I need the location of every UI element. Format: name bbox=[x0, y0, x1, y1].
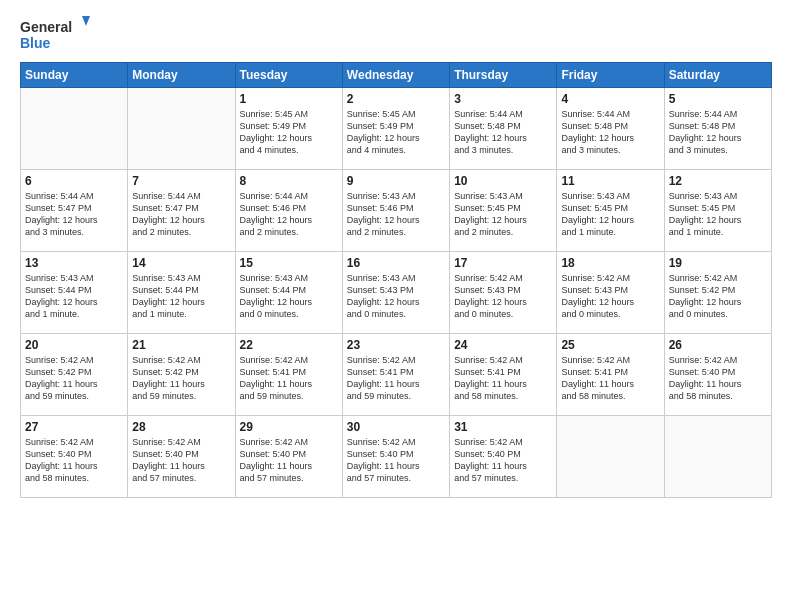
calendar-cell: 10Sunrise: 5:43 AM Sunset: 5:45 PM Dayli… bbox=[450, 170, 557, 252]
day-number: 25 bbox=[561, 338, 659, 352]
weekday-header-friday: Friday bbox=[557, 63, 664, 88]
calendar-cell: 15Sunrise: 5:43 AM Sunset: 5:44 PM Dayli… bbox=[235, 252, 342, 334]
calendar-cell: 24Sunrise: 5:42 AM Sunset: 5:41 PM Dayli… bbox=[450, 334, 557, 416]
calendar-cell: 26Sunrise: 5:42 AM Sunset: 5:40 PM Dayli… bbox=[664, 334, 771, 416]
day-number: 2 bbox=[347, 92, 445, 106]
cell-text: Sunrise: 5:43 AM Sunset: 5:43 PM Dayligh… bbox=[347, 272, 445, 321]
calendar-cell: 6Sunrise: 5:44 AM Sunset: 5:47 PM Daylig… bbox=[21, 170, 128, 252]
day-number: 10 bbox=[454, 174, 552, 188]
cell-text: Sunrise: 5:45 AM Sunset: 5:49 PM Dayligh… bbox=[347, 108, 445, 157]
cell-text: Sunrise: 5:42 AM Sunset: 5:43 PM Dayligh… bbox=[561, 272, 659, 321]
day-number: 17 bbox=[454, 256, 552, 270]
day-number: 11 bbox=[561, 174, 659, 188]
logo: General Blue bbox=[20, 16, 90, 56]
cell-text: Sunrise: 5:42 AM Sunset: 5:40 PM Dayligh… bbox=[454, 436, 552, 485]
calendar-cell: 13Sunrise: 5:43 AM Sunset: 5:44 PM Dayli… bbox=[21, 252, 128, 334]
calendar-cell bbox=[557, 416, 664, 498]
week-row-2: 13Sunrise: 5:43 AM Sunset: 5:44 PM Dayli… bbox=[21, 252, 772, 334]
day-number: 9 bbox=[347, 174, 445, 188]
day-number: 14 bbox=[132, 256, 230, 270]
day-number: 5 bbox=[669, 92, 767, 106]
day-number: 30 bbox=[347, 420, 445, 434]
day-number: 24 bbox=[454, 338, 552, 352]
cell-text: Sunrise: 5:42 AM Sunset: 5:40 PM Dayligh… bbox=[347, 436, 445, 485]
day-number: 18 bbox=[561, 256, 659, 270]
weekday-header-saturday: Saturday bbox=[664, 63, 771, 88]
calendar-cell: 3Sunrise: 5:44 AM Sunset: 5:48 PM Daylig… bbox=[450, 88, 557, 170]
weekday-header-tuesday: Tuesday bbox=[235, 63, 342, 88]
day-number: 8 bbox=[240, 174, 338, 188]
calendar-cell: 29Sunrise: 5:42 AM Sunset: 5:40 PM Dayli… bbox=[235, 416, 342, 498]
calendar-cell: 8Sunrise: 5:44 AM Sunset: 5:46 PM Daylig… bbox=[235, 170, 342, 252]
cell-text: Sunrise: 5:42 AM Sunset: 5:41 PM Dayligh… bbox=[240, 354, 338, 403]
day-number: 7 bbox=[132, 174, 230, 188]
calendar-cell: 31Sunrise: 5:42 AM Sunset: 5:40 PM Dayli… bbox=[450, 416, 557, 498]
calendar-cell: 22Sunrise: 5:42 AM Sunset: 5:41 PM Dayli… bbox=[235, 334, 342, 416]
weekday-header-wednesday: Wednesday bbox=[342, 63, 449, 88]
day-number: 19 bbox=[669, 256, 767, 270]
cell-text: Sunrise: 5:42 AM Sunset: 5:41 PM Dayligh… bbox=[347, 354, 445, 403]
day-number: 27 bbox=[25, 420, 123, 434]
calendar-cell: 14Sunrise: 5:43 AM Sunset: 5:44 PM Dayli… bbox=[128, 252, 235, 334]
page: General Blue SundayMondayTuesdayWednesda… bbox=[0, 0, 792, 508]
cell-text: Sunrise: 5:42 AM Sunset: 5:41 PM Dayligh… bbox=[561, 354, 659, 403]
cell-text: Sunrise: 5:42 AM Sunset: 5:41 PM Dayligh… bbox=[454, 354, 552, 403]
day-number: 23 bbox=[347, 338, 445, 352]
cell-text: Sunrise: 5:44 AM Sunset: 5:47 PM Dayligh… bbox=[25, 190, 123, 239]
day-number: 16 bbox=[347, 256, 445, 270]
svg-text:Blue: Blue bbox=[20, 35, 51, 51]
calendar-cell: 28Sunrise: 5:42 AM Sunset: 5:40 PM Dayli… bbox=[128, 416, 235, 498]
header: General Blue bbox=[20, 16, 772, 56]
cell-text: Sunrise: 5:42 AM Sunset: 5:42 PM Dayligh… bbox=[25, 354, 123, 403]
calendar-cell: 16Sunrise: 5:43 AM Sunset: 5:43 PM Dayli… bbox=[342, 252, 449, 334]
svg-text:General: General bbox=[20, 19, 72, 35]
cell-text: Sunrise: 5:42 AM Sunset: 5:40 PM Dayligh… bbox=[132, 436, 230, 485]
cell-text: Sunrise: 5:45 AM Sunset: 5:49 PM Dayligh… bbox=[240, 108, 338, 157]
day-number: 31 bbox=[454, 420, 552, 434]
calendar-cell: 23Sunrise: 5:42 AM Sunset: 5:41 PM Dayli… bbox=[342, 334, 449, 416]
cell-text: Sunrise: 5:43 AM Sunset: 5:44 PM Dayligh… bbox=[240, 272, 338, 321]
calendar-cell bbox=[21, 88, 128, 170]
calendar-cell: 4Sunrise: 5:44 AM Sunset: 5:48 PM Daylig… bbox=[557, 88, 664, 170]
calendar-table: SundayMondayTuesdayWednesdayThursdayFrid… bbox=[20, 62, 772, 498]
calendar-cell: 27Sunrise: 5:42 AM Sunset: 5:40 PM Dayli… bbox=[21, 416, 128, 498]
cell-text: Sunrise: 5:42 AM Sunset: 5:40 PM Dayligh… bbox=[25, 436, 123, 485]
cell-text: Sunrise: 5:42 AM Sunset: 5:40 PM Dayligh… bbox=[669, 354, 767, 403]
cell-text: Sunrise: 5:44 AM Sunset: 5:48 PM Dayligh… bbox=[454, 108, 552, 157]
cell-text: Sunrise: 5:44 AM Sunset: 5:48 PM Dayligh… bbox=[561, 108, 659, 157]
day-number: 13 bbox=[25, 256, 123, 270]
day-number: 20 bbox=[25, 338, 123, 352]
calendar-cell: 25Sunrise: 5:42 AM Sunset: 5:41 PM Dayli… bbox=[557, 334, 664, 416]
cell-text: Sunrise: 5:42 AM Sunset: 5:42 PM Dayligh… bbox=[132, 354, 230, 403]
calendar-cell: 17Sunrise: 5:42 AM Sunset: 5:43 PM Dayli… bbox=[450, 252, 557, 334]
day-number: 29 bbox=[240, 420, 338, 434]
calendar-cell: 7Sunrise: 5:44 AM Sunset: 5:47 PM Daylig… bbox=[128, 170, 235, 252]
day-number: 22 bbox=[240, 338, 338, 352]
cell-text: Sunrise: 5:42 AM Sunset: 5:42 PM Dayligh… bbox=[669, 272, 767, 321]
day-number: 6 bbox=[25, 174, 123, 188]
week-row-3: 20Sunrise: 5:42 AM Sunset: 5:42 PM Dayli… bbox=[21, 334, 772, 416]
calendar-cell: 12Sunrise: 5:43 AM Sunset: 5:45 PM Dayli… bbox=[664, 170, 771, 252]
day-number: 28 bbox=[132, 420, 230, 434]
weekday-header-row: SundayMondayTuesdayWednesdayThursdayFrid… bbox=[21, 63, 772, 88]
cell-text: Sunrise: 5:43 AM Sunset: 5:45 PM Dayligh… bbox=[561, 190, 659, 239]
cell-text: Sunrise: 5:43 AM Sunset: 5:44 PM Dayligh… bbox=[132, 272, 230, 321]
calendar-cell: 5Sunrise: 5:44 AM Sunset: 5:48 PM Daylig… bbox=[664, 88, 771, 170]
cell-text: Sunrise: 5:43 AM Sunset: 5:46 PM Dayligh… bbox=[347, 190, 445, 239]
calendar-cell: 18Sunrise: 5:42 AM Sunset: 5:43 PM Dayli… bbox=[557, 252, 664, 334]
day-number: 3 bbox=[454, 92, 552, 106]
svg-marker-1 bbox=[82, 16, 90, 26]
week-row-0: 1Sunrise: 5:45 AM Sunset: 5:49 PM Daylig… bbox=[21, 88, 772, 170]
weekday-header-sunday: Sunday bbox=[21, 63, 128, 88]
day-number: 4 bbox=[561, 92, 659, 106]
calendar-cell: 21Sunrise: 5:42 AM Sunset: 5:42 PM Dayli… bbox=[128, 334, 235, 416]
day-number: 12 bbox=[669, 174, 767, 188]
cell-text: Sunrise: 5:42 AM Sunset: 5:40 PM Dayligh… bbox=[240, 436, 338, 485]
calendar-cell: 19Sunrise: 5:42 AM Sunset: 5:42 PM Dayli… bbox=[664, 252, 771, 334]
day-number: 26 bbox=[669, 338, 767, 352]
cell-text: Sunrise: 5:44 AM Sunset: 5:47 PM Dayligh… bbox=[132, 190, 230, 239]
cell-text: Sunrise: 5:44 AM Sunset: 5:48 PM Dayligh… bbox=[669, 108, 767, 157]
calendar-cell: 9Sunrise: 5:43 AM Sunset: 5:46 PM Daylig… bbox=[342, 170, 449, 252]
logo-svg: General Blue bbox=[20, 16, 90, 56]
calendar-cell: 2Sunrise: 5:45 AM Sunset: 5:49 PM Daylig… bbox=[342, 88, 449, 170]
